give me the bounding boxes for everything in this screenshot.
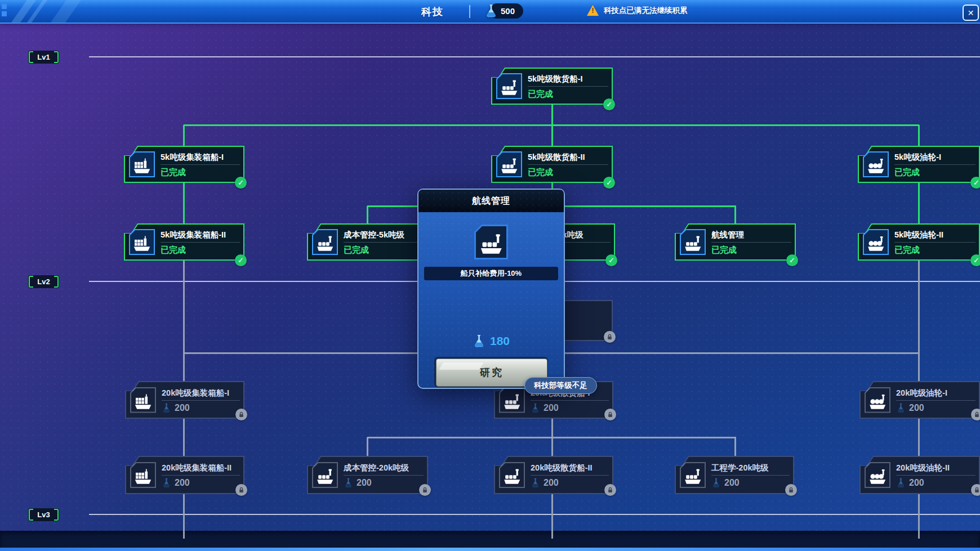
node-divider (896, 400, 975, 401)
tech-node-5k-oil-tanker-1[interactable]: 5k吨级油轮-I 已完成 ✓ (858, 146, 980, 183)
connector-line (183, 260, 185, 382)
oil-tanker-icon (865, 387, 890, 413)
cargo-ship-icon (474, 225, 508, 259)
padlock-icon (607, 486, 614, 494)
tech-node-5k-oil-tanker-2[interactable]: 5k吨级油轮-II 已完成 ✓ (858, 223, 980, 261)
level-badge: Lv2 (28, 275, 59, 288)
bulk-carrier-icon (499, 387, 525, 413)
tech-node-route-management[interactable]: 航线管理 已完成 ✓ (675, 223, 796, 261)
warning-banner: 科技点已满无法继续积累 (587, 5, 688, 16)
bulk-carrier-icon (499, 462, 525, 488)
connector-line (551, 125, 553, 147)
completed-check-icon: ✓ (235, 177, 247, 189)
node-status: 200 (162, 477, 240, 489)
tech-node-5k-bulk-carrier-2[interactable]: 5k吨级散货船-II 已完成 ✓ (491, 146, 613, 183)
node-title: 5k吨级散货船-II (528, 152, 608, 163)
lock-icon (604, 409, 616, 420)
research-cost: 180 (418, 334, 564, 348)
status-completed-label: 已完成 (528, 89, 553, 100)
oil-tanker-icon (865, 462, 890, 488)
connector-line (734, 206, 736, 225)
topbar-streak-decoration (51, 0, 81, 23)
flask-icon (896, 402, 906, 414)
corner-square-decoration (2, 11, 7, 16)
node-status: 200 (896, 402, 975, 414)
node-cost-value: 200 (357, 478, 372, 488)
completed-check-icon: ✓ (970, 177, 980, 189)
flask-icon (531, 477, 540, 489)
node-title: 20k吨级散货船-II (531, 463, 609, 473)
node-status: 已完成 (344, 244, 424, 256)
node-status: 已完成 (528, 88, 608, 100)
node-divider (531, 475, 609, 476)
padlock-icon (238, 486, 245, 494)
node-status: 已完成 (161, 167, 240, 178)
node-divider (162, 400, 240, 401)
research-cost-value: 180 (490, 334, 510, 348)
status-completed-label: 已完成 (894, 167, 920, 178)
node-title: 20k吨级油轮-II (896, 463, 975, 473)
topbar-divider (469, 5, 470, 18)
connector-line (183, 125, 185, 147)
tech-tree-screen: 科技 500 科技点已满无法继续积累 ✕ Lv1Lv2Lv3 5k吨级散货船-I (0, 0, 980, 551)
close-icon: ✕ (968, 8, 974, 17)
status-completed-label: 已完成 (161, 245, 186, 256)
tech-node-20k-oil-tanker-2[interactable]: 20k吨级油轮-II 200 (859, 456, 980, 494)
completed-check-icon: ✓ (786, 254, 798, 266)
tech-node-20k-container-ship-2[interactable]: 20k吨级集装箱船-II 200 (125, 456, 244, 494)
connector-line (918, 494, 920, 539)
connector-line (918, 125, 920, 147)
node-divider (528, 86, 608, 87)
status-completed-label: 已完成 (894, 245, 920, 256)
connector-line (734, 437, 736, 456)
node-status: 200 (896, 477, 975, 489)
node-divider (531, 400, 609, 401)
node-status: 200 (344, 477, 424, 489)
padlock-icon (973, 486, 980, 494)
padlock-icon (607, 411, 614, 418)
node-title: 航线管理 (711, 230, 791, 240)
flask-icon (711, 477, 721, 489)
bulk-carrier-icon (312, 462, 338, 488)
lock-icon (419, 484, 431, 496)
node-title: 成本管控-20k吨级 (344, 463, 424, 473)
tech-node-20k-container-ship-1[interactable]: 20k吨级集装箱船-I 200 (125, 381, 244, 419)
flask-icon (162, 402, 171, 414)
bottom-highlight-bar (0, 548, 980, 551)
padlock-icon (238, 411, 245, 418)
node-status: 200 (531, 477, 609, 489)
tech-node-20k-oil-tanker-1[interactable]: 20k吨级油轮-I 200 (859, 381, 980, 419)
tech-node-cost-control-5k[interactable]: 成本管控-5k吨级 已完成 ✓ (307, 223, 428, 261)
tech-node-20k-bulk-carrier-2[interactable]: 20k吨级散货船-II 200 (494, 456, 613, 494)
node-cost-value: 200 (909, 403, 924, 413)
container-ship-icon (129, 151, 155, 177)
node-title: 20k吨级油轮-I (896, 388, 975, 398)
flask-icon (162, 477, 171, 489)
node-cost-value: 200 (909, 478, 924, 488)
connector-line (551, 418, 553, 438)
tech-node-5k-container-ship-1[interactable]: 5k吨级集装箱船-I 已完成 ✓ (124, 146, 244, 183)
corner-square-decoration (2, 4, 7, 9)
padlock-icon (606, 333, 613, 341)
requirement-tooltip-text: 科技部等级不足 (534, 380, 587, 391)
connector-line (551, 494, 553, 539)
lock-icon (604, 331, 616, 343)
tech-node-engineering-20k[interactable]: 工程学-20k吨级 200 (675, 456, 794, 494)
tech-node-cost-control-20k[interactable]: 成本管控-20k吨级 200 (307, 456, 428, 494)
connector-line (918, 260, 920, 382)
node-status: 已完成 (711, 244, 791, 256)
tech-detail-modal: 航线管理 船只补给费用-10% 180 研究 (417, 189, 565, 389)
padlock-icon (973, 411, 980, 418)
node-divider (894, 164, 975, 165)
node-status: 200 (162, 402, 240, 414)
status-completed-label: 已完成 (711, 245, 737, 256)
level-badge: Lv3 (28, 508, 59, 521)
tech-node-5k-bulk-carrier-1[interactable]: 5k吨级散货船-I 已完成 ✓ (491, 68, 613, 105)
modal-title: 航线管理 (418, 190, 564, 212)
close-button[interactable]: ✕ (963, 5, 979, 21)
tech-node-5k-container-ship-2[interactable]: 5k吨级集装箱船-II 已完成 ✓ (124, 223, 244, 261)
tech-points-value: 500 (501, 6, 515, 16)
node-cost-value: 200 (544, 478, 559, 488)
container-ship-icon (130, 462, 156, 488)
node-status: 已完成 (894, 167, 975, 178)
